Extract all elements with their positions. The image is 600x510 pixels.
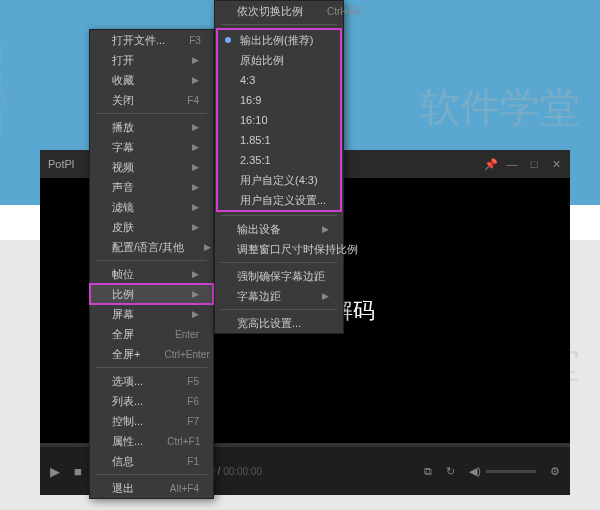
submenu-ratio: 依次切换比例Ctrl+F6 输出比例(推荐) 原始比例 4:3 16:9 16:… <box>214 0 344 334</box>
menu-custom-ratio-settings[interactable]: 用户自定义设置... <box>218 190 340 210</box>
loop-icon[interactable]: ↻ <box>446 465 455 478</box>
menu-ratio[interactable]: 比例▶ <box>90 284 213 304</box>
menu-cycle-ratio[interactable]: 依次切换比例Ctrl+F6 <box>215 1 343 21</box>
chevron-right-icon: ▶ <box>192 289 199 299</box>
ratio-options-highlight: 输出比例(推荐) 原始比例 4:3 16:9 16:10 1.85:1 2.35… <box>216 28 342 212</box>
menu-fullscreen-plus[interactable]: 全屏+Ctrl+Enter <box>90 344 213 364</box>
menu-open-file[interactable]: 打开文件...F3 <box>90 30 213 50</box>
radio-selected-icon <box>225 37 231 43</box>
volume-icon[interactable]: ◀) <box>469 465 481 478</box>
close-icon[interactable]: ✕ <box>550 158 562 170</box>
menu-properties[interactable]: 属性...Ctrl+F1 <box>90 431 213 451</box>
menu-frame[interactable]: 帧位▶ <box>90 264 213 284</box>
menu-open[interactable]: 打开▶ <box>90 50 213 70</box>
menu-skin[interactable]: 皮肤▶ <box>90 217 213 237</box>
menu-force-sub-margin[interactable]: 强制确保字幕边距 <box>215 266 343 286</box>
menu-separator <box>221 24 337 25</box>
menu-ratio-235-1[interactable]: 2.35:1 <box>218 150 340 170</box>
settings-icon[interactable]: ⚙ <box>550 465 560 478</box>
chevron-right-icon: ▶ <box>192 202 199 212</box>
menu-favorites[interactable]: 收藏▶ <box>90 70 213 90</box>
menu-separator <box>96 474 207 475</box>
menu-separator <box>221 262 337 263</box>
chevron-right-icon: ▶ <box>322 224 329 234</box>
chevron-right-icon: ▶ <box>192 269 199 279</box>
capture-icon[interactable]: ⧉ <box>424 465 432 478</box>
chevron-right-icon: ▶ <box>192 55 199 65</box>
menu-sub-margin[interactable]: 字幕边距▶ <box>215 286 343 306</box>
menu-options[interactable]: 选项...F5 <box>90 371 213 391</box>
menu-separator <box>96 367 207 368</box>
menu-play[interactable]: 播放▶ <box>90 117 213 137</box>
maximize-icon[interactable]: □ <box>528 158 540 170</box>
chevron-right-icon: ▶ <box>192 222 199 232</box>
chevron-right-icon: ▶ <box>204 242 211 252</box>
watermark-url: www.xue51.com <box>0 40 6 135</box>
menu-custom-ratio-43[interactable]: 用户自定义(4:3) <box>218 170 340 190</box>
chevron-right-icon: ▶ <box>192 182 199 192</box>
menu-separator <box>221 215 337 216</box>
menu-config[interactable]: 配置/语言/其他▶ <box>90 237 213 257</box>
menu-output-device[interactable]: 输出设备▶ <box>215 219 343 239</box>
menu-separator <box>96 113 207 114</box>
menu-subtitle[interactable]: 字幕▶ <box>90 137 213 157</box>
minimize-icon[interactable]: — <box>506 158 518 170</box>
stop-button[interactable]: ■ <box>74 464 82 479</box>
watermark: 软件学堂 <box>420 80 580 135</box>
chevron-right-icon: ▶ <box>192 142 199 152</box>
chevron-right-icon: ▶ <box>192 75 199 85</box>
menu-exit[interactable]: 退出Alt+F4 <box>90 478 213 498</box>
chevron-right-icon: ▶ <box>192 162 199 172</box>
menu-info[interactable]: 信息F1 <box>90 451 213 471</box>
menu-separator <box>96 260 207 261</box>
menu-control[interactable]: 控制...F7 <box>90 411 213 431</box>
menu-separator <box>221 309 337 310</box>
menu-ratio-4-3[interactable]: 4:3 <box>218 70 340 90</box>
chevron-right-icon: ▶ <box>192 122 199 132</box>
context-menu: 打开文件...F3 打开▶ 收藏▶ 关闭F4 播放▶ 字幕▶ 视频▶ 声音▶ 滤… <box>89 29 214 499</box>
menu-video[interactable]: 视频▶ <box>90 157 213 177</box>
menu-close[interactable]: 关闭F4 <box>90 90 213 110</box>
menu-filter[interactable]: 滤镜▶ <box>90 197 213 217</box>
menu-fullscreen[interactable]: 全屏Enter <box>90 324 213 344</box>
chevron-right-icon: ▶ <box>192 309 199 319</box>
menu-keep-ratio[interactable]: 调整窗口尺寸时保持比例 <box>215 239 343 259</box>
menu-original-ratio[interactable]: 原始比例 <box>218 50 340 70</box>
menu-audio[interactable]: 声音▶ <box>90 177 213 197</box>
volume-slider[interactable] <box>486 470 536 473</box>
menu-ratio-185-1[interactable]: 1.85:1 <box>218 130 340 150</box>
play-button[interactable]: ▶ <box>50 464 60 479</box>
menu-ratio-16-9[interactable]: 16:9 <box>218 90 340 110</box>
menu-ratio-16-10[interactable]: 16:10 <box>218 110 340 130</box>
menu-playlist[interactable]: 列表...F6 <box>90 391 213 411</box>
menu-screen[interactable]: 屏幕▶ <box>90 304 213 324</box>
pin-icon[interactable]: 📌 <box>484 158 496 170</box>
chevron-right-icon: ▶ <box>322 291 329 301</box>
menu-aspect-settings[interactable]: 宽高比设置... <box>215 313 343 333</box>
menu-output-ratio[interactable]: 输出比例(推荐) <box>218 30 340 50</box>
